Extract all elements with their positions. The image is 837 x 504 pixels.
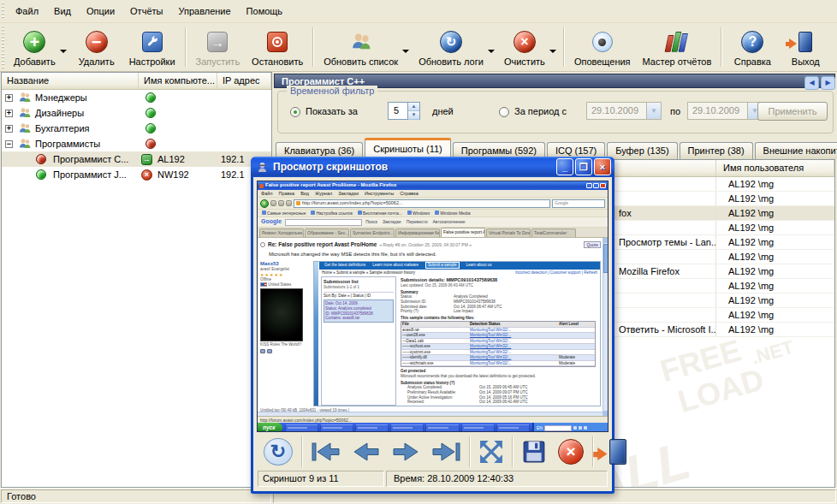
monitoring-app-window: ФайлВидОпцииОтчётыУправлениеПомощь + Доб… [0,0,837,504]
ff-title-bar: False positive report Avast Pro/Home - M… [258,181,608,190]
previous-screenshot-button[interactable] [349,436,383,467]
question-icon: ? [739,29,766,55]
expand-plus-icon[interactable]: + [5,94,13,102]
period-radio[interactable] [499,107,509,117]
menu-item[interactable]: Помощь [239,3,291,20]
fullscreen-button[interactable] [476,436,507,467]
refresh-button[interactable]: ↻ [260,436,296,467]
help-button[interactable]: ? Справка [726,25,779,69]
expand-plus-icon[interactable]: + [5,110,13,117]
close-viewer-button[interactable] [599,436,628,467]
exit-door-icon [792,29,819,55]
refresh-logs-dropdown-caret[interactable] [488,50,495,56]
spinner-up-down[interactable]: ▲▼ [407,103,419,119]
date-to-picker[interactable]: 29.10.2009▼ [687,102,763,120]
clear-button[interactable]: × Очистить [498,25,551,69]
first-screenshot-button[interactable] [308,436,344,467]
menu-items: ФайлВидОпцииОтчётыУправлениеПомощь [8,3,290,20]
refresh-logs-button[interactable]: ↻ Обновить логи [413,25,490,69]
captured-screenshot-image: False positive report Avast Pro/Home - M… [257,181,608,432]
log-tab[interactable]: Принтер (38) [680,142,753,159]
menu-item[interactable]: Отчёты [122,3,170,20]
computers-tree-panel: Название Имя компьюте... IP адрес + Мэне… [1,72,272,488]
column-header-ip[interactable]: IP адрес [217,73,271,89]
log-tab[interactable]: Внешние накопители (1) [755,142,837,159]
delete-button[interactable]: − Удалить [70,25,123,69]
exit-button[interactable]: Выход [779,25,832,69]
online-arrow-icon: → [141,154,152,165]
column-header-name[interactable]: Название [2,73,139,89]
status-green-icon [36,169,46,180]
delete-screenshot-button[interactable]: × [555,436,587,467]
start-button[interactable]: → Запустить [190,25,246,69]
tab-scroll-right-icon[interactable]: ▶ [821,76,835,90]
tree-computer-programmer-j[interactable]: Программист J... × NW192 192.1 [2,167,271,182]
minimize-button[interactable]: _ [556,158,573,175]
add-dropdown-caret[interactable] [60,50,67,56]
column-header-computer[interactable]: Имя компьюте... [139,73,217,89]
chevron-down-icon[interactable]: ▼ [646,103,661,119]
days-radio[interactable] [290,107,300,117]
column-header-user[interactable]: Имя пользователя [716,160,834,176]
add-button[interactable]: + Добавить [8,25,62,69]
dialog-title-bar[interactable]: Просмотр скриншотов _ ❐ × [251,157,614,177]
floppy-disk-icon [522,440,546,464]
apply-button[interactable]: Применить [757,102,828,121]
ff-status-bar: http://forum.avast.com/index.php?topic=5… [258,416,608,423]
screenshot-viewer-dialog: Просмотр скриншотов _ ❐ × False positive… [251,157,614,494]
main-toolbar: + Добавить − Удалить Настройки → Запусти… [0,23,837,72]
quote-button-image: Quote [584,241,601,248]
clear-dropdown-caret[interactable] [549,50,556,56]
stop-button[interactable]: Остановить [246,25,309,69]
home-icon [286,200,292,206]
maximize-button[interactable]: ❐ [575,158,592,175]
next-screenshot-button[interactable] [389,436,423,467]
submission-details-panel: Submission details: MMPC09101437589638 L… [399,276,597,406]
menu-bar: ФайлВидОпцииОтчётыУправлениеПомощь [0,0,837,23]
menu-item[interactable]: Опции [79,3,122,20]
toolbar-grip[interactable] [2,26,4,68]
collapse-minus-icon[interactable]: − [5,140,13,148]
last-screenshot-button[interactable] [428,436,464,467]
menu-item[interactable]: Файл [8,3,46,20]
tree-group-accounting[interactable]: + Бухгалтерия [2,121,271,136]
expand-arrows-icon [479,440,503,464]
status-green-icon [145,92,156,103]
tree-group-managers[interactable]: + Мэнеджеры [2,90,271,105]
windows-taskbar: пуск EN [258,423,608,432]
settings-button[interactable]: Настройки [123,25,181,69]
taskbar-button-image [355,424,389,432]
report-wizard-button[interactable]: Мастер отчётов [637,25,718,69]
refresh-list-dropdown-caret[interactable] [402,50,409,56]
menu-item[interactable]: Управление [170,3,238,20]
us-flag-icon [260,282,267,287]
tab-scroll-buttons: ◀ ▶ [804,76,835,90]
date-from-picker[interactable]: 29.10.2009▼ [586,102,662,120]
group-icon [18,91,32,104]
log-tab[interactable]: Буфер (135) [607,142,677,159]
tree-group-designers[interactable]: + Дизайнеры [2,105,271,121]
alerts-button[interactable]: Оповещения [568,25,637,69]
start-button-image: пуск [258,423,282,432]
tree-header-row: Название Имя компьюте... IP адрес [2,73,271,90]
author-avatar [260,288,303,341]
status-red-icon [145,139,156,149]
tree-group-programmers[interactable]: − Программисты [2,136,271,151]
exit-door-icon [609,439,626,465]
tree-computer-programmer-c[interactable]: Программист С... → AL192 192.1 [2,151,271,167]
forum-author-sidebar: Maxx53 avast! Evangelist ★★★★★ Offline U… [260,261,310,406]
toolbar-grip[interactable] [2,3,4,20]
ff-bookmarks-bar: Самые интересныеНастройка ссылокБесплатн… [258,210,608,217]
refresh-list-button[interactable]: Обновить список [318,25,404,69]
globe-refresh-icon: ↻ [437,29,465,55]
days-spinner[interactable]: 5 ▲▼ [388,102,420,120]
offline-x-icon: × [141,169,152,181]
expand-plus-icon[interactable]: + [5,125,13,133]
ff-scrollbar [603,238,608,416]
ff-favicon [259,184,264,188]
taskbar-button-image [390,424,424,432]
tab-scroll-left-icon[interactable]: ◀ [804,76,819,90]
save-button[interactable] [519,436,549,467]
close-button[interactable]: × [594,158,611,175]
menu-item[interactable]: Вид [46,3,79,20]
